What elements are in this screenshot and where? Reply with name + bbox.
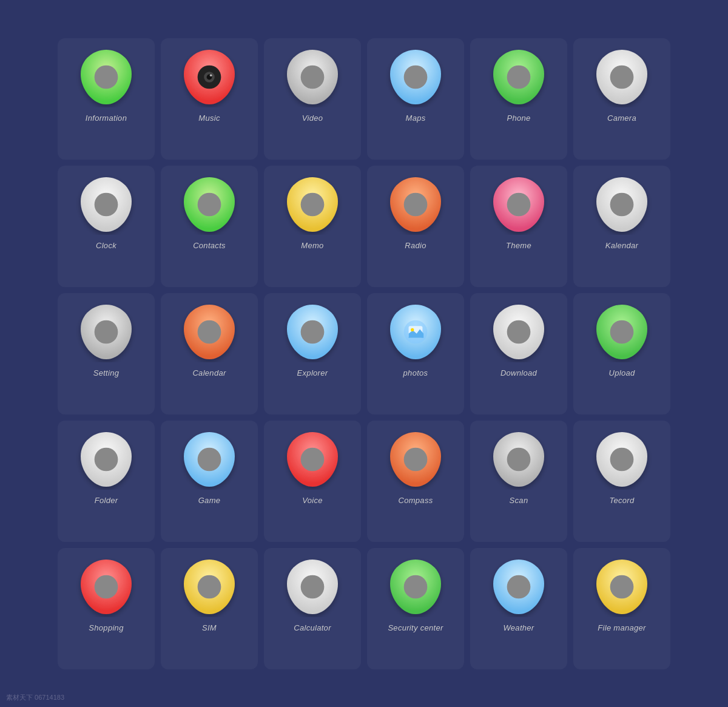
- icon-visual: [194, 444, 224, 475]
- icon-visual: [607, 572, 637, 602]
- icon-shape: [282, 174, 343, 235]
- icon-cell-contacts[interactable]: Contacts: [161, 166, 258, 287]
- icon-visual: [607, 62, 637, 92]
- icon-visual: [504, 62, 534, 92]
- icon-visual: [297, 444, 328, 475]
- svg-point-23: [95, 447, 118, 471]
- icon-visual: [400, 317, 431, 347]
- icon-cell-kalendar[interactable]: Kalendar: [573, 166, 670, 287]
- icon-shape: [76, 302, 136, 362]
- svg-point-27: [507, 447, 531, 471]
- svg-point-25: [301, 447, 325, 471]
- icon-label: Contacts: [193, 241, 226, 250]
- icon-visual: [607, 444, 637, 475]
- icon-cell-game[interactable]: Game: [161, 421, 258, 542]
- icon-label: Weather: [504, 623, 534, 632]
- svg-point-16: [198, 320, 221, 343]
- icon-shape: [282, 556, 343, 617]
- icon-cell-security-center[interactable]: Security center: [367, 548, 464, 669]
- icon-shape: [385, 429, 446, 490]
- svg-point-4: [210, 74, 212, 76]
- svg-point-32: [404, 575, 428, 598]
- icon-label: SIM: [202, 623, 217, 632]
- icon-label: Voice: [302, 496, 323, 505]
- icon-label: photos: [403, 368, 428, 377]
- svg-point-0: [95, 65, 118, 89]
- icon-cell-shopping[interactable]: Shopping: [58, 548, 155, 669]
- svg-point-24: [198, 447, 221, 471]
- icon-cell-weather[interactable]: Weather: [470, 548, 567, 669]
- icon-label: Kalendar: [605, 241, 638, 250]
- icon-shape: [488, 429, 549, 490]
- icon-visual: [504, 189, 534, 220]
- icon-visual: [297, 572, 328, 602]
- icon-cell-scan[interactable]: Scan: [470, 421, 567, 542]
- icon-cell-memo[interactable]: Memo: [264, 166, 361, 287]
- icon-cell-voice[interactable]: Voice: [264, 421, 361, 542]
- svg-point-11: [301, 192, 325, 216]
- icon-visual: [91, 572, 121, 602]
- icon-shape: [76, 556, 136, 617]
- icon-shape: [385, 556, 446, 617]
- icon-cell-phone[interactable]: Phone: [470, 38, 567, 160]
- icon-label: Folder: [95, 496, 118, 505]
- icon-shape: [592, 47, 652, 107]
- icon-cell-download[interactable]: Download: [470, 293, 567, 414]
- svg-point-20: [411, 328, 414, 331]
- icon-visual: [400, 444, 431, 475]
- icon-visual: [91, 62, 121, 92]
- icon-label: File manager: [598, 623, 645, 632]
- icon-shape: [76, 174, 136, 235]
- icon-cell-upload[interactable]: Upload: [573, 293, 670, 414]
- icon-visual: [297, 317, 328, 347]
- icon-label: Tecord: [609, 496, 634, 505]
- icon-label: Download: [500, 368, 537, 377]
- icon-cell-radio[interactable]: Radio: [367, 166, 464, 287]
- icon-visual: [194, 317, 224, 347]
- icon-label: Video: [302, 113, 323, 123]
- icon-cell-sim[interactable]: SIM: [161, 548, 258, 669]
- icon-cell-folder[interactable]: Folder: [58, 421, 155, 542]
- icon-label: Upload: [609, 368, 635, 377]
- icon-cell-theme[interactable]: Theme: [470, 166, 567, 287]
- svg-point-7: [507, 65, 531, 89]
- icon-visual: [400, 62, 431, 92]
- icon-cell-music[interactable]: Music: [161, 38, 258, 160]
- icon-label: Compass: [398, 496, 433, 505]
- icon-cell-compass[interactable]: Compass: [367, 421, 464, 542]
- icon-shape: [76, 47, 136, 107]
- icon-cell-explorer[interactable]: Explorer: [264, 293, 361, 414]
- icon-shape: [282, 302, 343, 362]
- icon-cell-setting[interactable]: Setting: [58, 293, 155, 414]
- svg-point-14: [610, 192, 634, 216]
- icon-shape: [179, 47, 240, 107]
- icon-label: Memo: [301, 241, 323, 250]
- svg-point-5: [301, 65, 325, 89]
- svg-point-12: [404, 192, 428, 216]
- icon-cell-information[interactable]: Information: [58, 38, 155, 160]
- svg-point-17: [301, 320, 325, 343]
- icon-label: Explorer: [297, 368, 328, 377]
- icon-visual: [91, 317, 121, 347]
- icon-cell-calendar[interactable]: Calendar: [161, 293, 258, 414]
- svg-point-15: [95, 320, 118, 343]
- icon-visual: [504, 572, 534, 602]
- icon-cell-maps[interactable]: Maps: [367, 38, 464, 160]
- icon-cell-camera[interactable]: Camera: [573, 38, 670, 160]
- icon-cell-tecord[interactable]: Tecord: [573, 421, 670, 542]
- icon-label: Clock: [96, 241, 116, 250]
- icon-shape: [592, 302, 652, 362]
- icon-label: Calendar: [192, 368, 226, 377]
- icon-cell-file-manager[interactable]: File manager: [573, 548, 670, 669]
- icon-label: Game: [198, 496, 221, 505]
- icon-cell-video[interactable]: Video: [264, 38, 361, 160]
- icon-cell-photos[interactable]: photos: [367, 293, 464, 414]
- svg-point-31: [301, 575, 325, 598]
- icon-cell-clock[interactable]: Clock: [58, 166, 155, 287]
- icon-shape: [385, 302, 446, 362]
- icon-label: Setting: [93, 368, 120, 377]
- svg-point-6: [404, 65, 428, 89]
- icon-visual: [194, 572, 224, 602]
- icon-visual: [607, 189, 637, 220]
- icon-cell-calculator[interactable]: Calculator: [264, 548, 361, 669]
